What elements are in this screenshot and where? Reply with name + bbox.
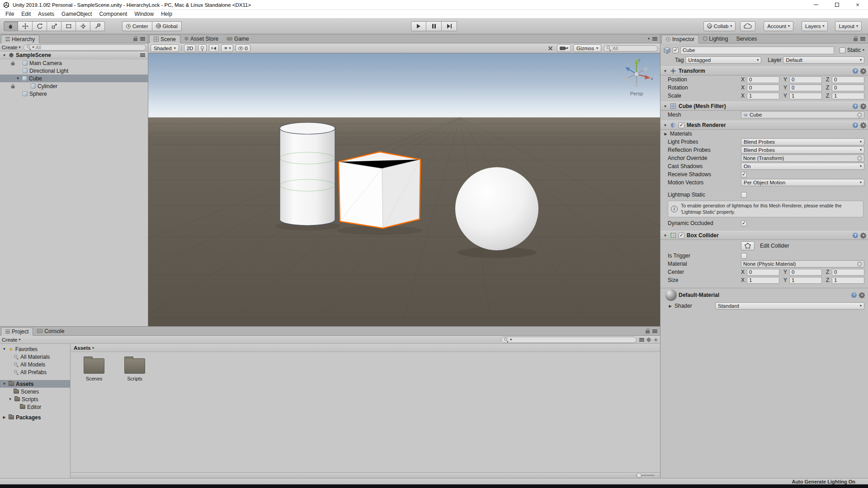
rotation-y-field[interactable]: 0 (789, 84, 822, 91)
tab-scene[interactable]: Scene (149, 35, 180, 43)
foldout-icon[interactable]: ▼ (663, 104, 668, 108)
custom-tool-button[interactable] (90, 21, 105, 31)
hierarchy-item-cylinder[interactable]: Cylinder (0, 82, 148, 90)
tab-hierarchy[interactable]: Hierarchy (1, 35, 39, 43)
create-dropdown[interactable]: Create▾ (2, 45, 21, 50)
scale-tool-button[interactable] (47, 21, 61, 31)
pause-button[interactable] (426, 21, 442, 31)
component-enabled-checkbox[interactable] (679, 122, 684, 128)
rotate-tool-button[interactable] (33, 21, 47, 31)
search-by-type-icon[interactable] (639, 338, 644, 342)
gizmos-dropdown[interactable]: Gizmos▾ (573, 44, 601, 52)
menu-file[interactable]: File (2, 11, 18, 17)
tab-game[interactable]: Game (222, 34, 253, 43)
project-search-input[interactable]: ▾ (501, 337, 637, 343)
step-button[interactable] (442, 21, 457, 31)
thumbnail-size-slider[interactable] (636, 475, 655, 476)
physic-material-field[interactable]: None (Physic Material) (741, 260, 864, 267)
tab-inspector[interactable]: Inspector (661, 35, 699, 43)
z-axis-cone[interactable] (625, 67, 630, 72)
mesh-object-field[interactable]: Cube (741, 111, 864, 118)
gear-icon[interactable] (861, 233, 866, 238)
center-z-field[interactable]: 0 (832, 269, 864, 276)
object-picker-icon[interactable] (857, 262, 862, 267)
gear-icon[interactable] (861, 123, 866, 128)
motion-vectors-dropdown[interactable]: Per Object Motion▾ (741, 179, 864, 186)
help-icon[interactable] (853, 122, 858, 128)
scene-search-input[interactable]: All (604, 45, 658, 52)
reflection-probes-dropdown[interactable]: Blend Probes▾ (741, 146, 864, 154)
tab-asset-store[interactable]: Asset Store (180, 34, 222, 43)
collab-button[interactable]: Collab▾ (703, 21, 736, 31)
draw-mode-dropdown[interactable]: Shaded▾ (151, 44, 179, 52)
cube-object[interactable] (339, 152, 420, 228)
light-probes-dropdown[interactable]: Blend Probes▾ (741, 138, 864, 145)
breadcrumb-assets[interactable]: Assets (74, 345, 91, 351)
foldout-icon[interactable]: ▼ (663, 234, 668, 238)
help-icon[interactable] (853, 103, 858, 109)
tree-editor[interactable]: Editor (0, 403, 70, 411)
foldout-icon[interactable]: ▼ (663, 69, 668, 73)
scene-visibility-toggle[interactable]: 0 (236, 44, 250, 52)
create-dropdown[interactable]: Create▾ (2, 337, 21, 343)
camera-settings-dropdown[interactable]: ▾ (557, 44, 571, 52)
tab-services[interactable]: Services (732, 34, 761, 43)
edit-collider-button[interactable] (741, 241, 755, 250)
rotation-x-field[interactable]: 0 (747, 84, 779, 91)
hierarchy-search-input[interactable]: ▾All (24, 44, 146, 51)
lightmap-static-checkbox[interactable] (741, 192, 747, 198)
box-collider-header[interactable]: ▼ Box Collider (660, 231, 868, 240)
position-x-field[interactable]: 0 (747, 76, 779, 83)
lock-icon[interactable] (854, 38, 858, 41)
foldout-icon[interactable]: ▶ (2, 415, 7, 419)
scene-options-icon[interactable] (140, 53, 145, 57)
center-x-field[interactable]: 0 (747, 269, 779, 276)
menu-component[interactable]: Component (95, 11, 131, 17)
receive-shadows-checkbox[interactable] (741, 172, 747, 178)
mesh-renderer-header[interactable]: ▼ Mesh Renderer (660, 121, 868, 130)
help-icon[interactable] (851, 292, 857, 298)
tree-favorites[interactable]: ▼ ★ Favorites (0, 345, 70, 353)
help-icon[interactable] (853, 68, 858, 74)
anchor-override-field[interactable]: None (Transform) (741, 155, 864, 162)
move-tool-button[interactable] (18, 21, 33, 31)
size-x-field[interactable]: 1 (747, 277, 779, 284)
tree-scripts[interactable]: ▼Scripts (0, 395, 70, 403)
foldout-icon[interactable]: ▼ (2, 53, 7, 57)
asset-grid[interactable]: Scenes Scripts (71, 352, 660, 472)
tree-packages[interactable]: ▶ Packages (0, 413, 70, 421)
object-picker-icon[interactable] (857, 113, 862, 117)
gear-icon[interactable] (861, 69, 866, 74)
static-checkbox[interactable] (840, 47, 845, 53)
hierarchy-item-main-camera[interactable]: Main Camera (0, 59, 148, 67)
effects-dropdown[interactable]: ▾ (221, 44, 233, 52)
layout-dropdown[interactable]: Layout▾ (835, 21, 862, 31)
layer-dropdown[interactable]: Default▾ (783, 56, 864, 64)
hierarchy-item-sphere[interactable]: Sphere (0, 90, 148, 98)
panel-menu-icon[interactable] (652, 37, 657, 41)
name-field[interactable]: Cube (680, 47, 834, 54)
minimize-button[interactable] (806, 0, 826, 9)
cylinder-object[interactable] (280, 122, 335, 225)
lock-icon[interactable] (133, 38, 137, 41)
panel-menu-icon[interactable] (140, 37, 145, 41)
cloud-button[interactable] (740, 21, 755, 31)
folder-tile-scenes[interactable]: Scenes (80, 358, 108, 381)
space-toggle-button[interactable]: Global (152, 21, 182, 31)
component-enabled-checkbox[interactable] (679, 233, 684, 239)
scale-x-field[interactable]: 1 (747, 93, 779, 99)
menu-edit[interactable]: Edit (18, 11, 34, 17)
size-y-field[interactable]: 1 (789, 277, 822, 284)
gizmo-center[interactable] (634, 72, 639, 76)
favorites-filter-icon[interactable]: ★ (653, 337, 658, 343)
folder-tile-scripts[interactable]: Scripts (120, 358, 149, 381)
static-dropdown-icon[interactable]: ▾ (863, 48, 864, 52)
is-trigger-checkbox[interactable] (741, 253, 747, 259)
rect-tool-button[interactable] (61, 21, 76, 31)
account-dropdown[interactable]: Account▾ (764, 21, 793, 31)
tab-project[interactable]: Project (1, 327, 33, 336)
size-z-field[interactable]: 1 (832, 277, 864, 284)
layers-dropdown[interactable]: Layers▾ (802, 21, 828, 31)
help-icon[interactable] (853, 233, 858, 238)
tree-all-models[interactable]: All Models (0, 361, 70, 368)
